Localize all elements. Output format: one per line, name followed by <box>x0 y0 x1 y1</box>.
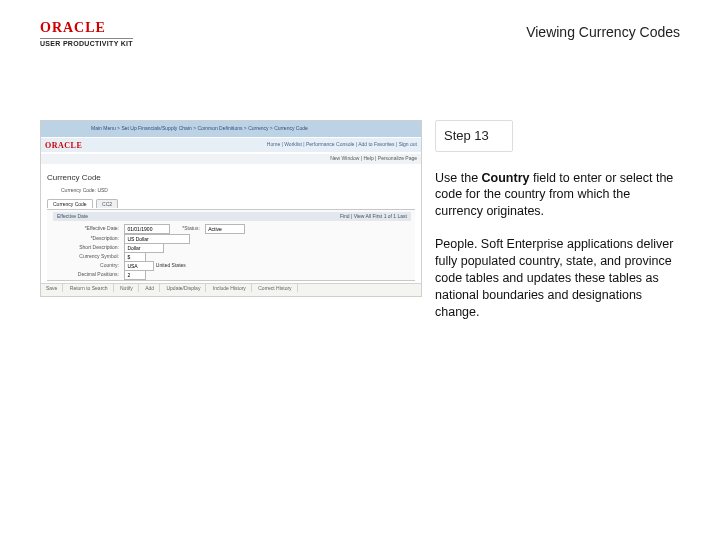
instruction-column: Step 13 Use the Country field to enter o… <box>435 120 680 337</box>
screenshot-nav: Home | Worklist | Performance Console | … <box>41 138 421 152</box>
tab-currency-code[interactable]: Currency Code <box>47 199 93 208</box>
label-short: Short Description: <box>57 244 119 250</box>
save-button[interactable]: Save <box>41 284 63 292</box>
label-status: *Status: <box>172 225 200 231</box>
subnav-links[interactable]: New Window | Help | Personalize Page <box>330 155 417 161</box>
screenshot-subnav: New Window | Help | Personalize Page <box>41 154 421 164</box>
instruction-paragraph-1: Use the Country field to enter or select… <box>435 170 680 221</box>
input-effective-date[interactable] <box>124 224 170 234</box>
header: ORACLE USER PRODUCTIVITY KIT Viewing Cur… <box>40 18 680 52</box>
app-screenshot: Main Menu > Set Up Financials/Supply Cha… <box>40 120 422 297</box>
tabs: Currency Code CC2 <box>47 199 120 208</box>
p1-bold: Country <box>482 171 530 185</box>
label-country: Country: <box>57 262 119 268</box>
form-header-left: Effective Date <box>57 213 88 219</box>
update-display-button[interactable]: Update/Display <box>161 284 206 292</box>
form-header: Effective Date Find | View All First 1 o… <box>53 212 411 221</box>
label-decimal: Decimal Positions: <box>57 271 119 277</box>
notify-button[interactable]: Notify <box>115 284 139 292</box>
section-sub: Currency Code: USD <box>61 187 108 193</box>
label-effective-date: *Effective Date: <box>57 225 119 231</box>
label-symbol: Currency Symbol: <box>57 253 119 259</box>
form-header-right[interactable]: Find | View All First 1 of 1 Last <box>340 213 407 219</box>
row-effective-date: *Effective Date: *Status: <box>57 224 245 234</box>
breadcrumb: Main Menu > Set Up Financials/Supply Cha… <box>91 125 308 131</box>
include-history-button[interactable]: Include History <box>208 284 252 292</box>
action-bar: Save Return to Search Notify Add Update/… <box>41 283 421 296</box>
return-search-button[interactable]: Return to Search <box>65 284 114 292</box>
logo-brand: ORACLE <box>40 20 106 35</box>
page-title: Viewing Currency Codes <box>526 24 680 40</box>
nav-links[interactable]: Home | Worklist | Performance Console | … <box>267 141 417 147</box>
input-status[interactable] <box>205 224 245 234</box>
label-description: *Description: <box>57 235 119 241</box>
oracle-logo: ORACLE USER PRODUCTIVITY KIT <box>40 18 133 47</box>
add-button[interactable]: Add <box>140 284 160 292</box>
form-area: Effective Date Find | View All First 1 o… <box>47 209 415 281</box>
row-decimal: Decimal Positions: <box>57 270 146 280</box>
screenshot-column: Main Menu > Set Up Financials/Supply Cha… <box>40 120 420 297</box>
step-label: Step 13 <box>435 120 513 152</box>
section-title: Currency Code <box>47 173 101 182</box>
screenshot-logo: ORACLE <box>45 141 82 150</box>
instruction-paragraph-2: People. Soft Enterprise applications del… <box>435 236 680 320</box>
logo-subline: USER PRODUCTIVITY KIT <box>40 38 133 47</box>
country-name: United States <box>156 262 186 268</box>
p1-a: Use the <box>435 171 482 185</box>
screenshot-header: Main Menu > Set Up Financials/Supply Cha… <box>41 121 421 137</box>
correct-history-button[interactable]: Correct History <box>253 284 297 292</box>
tab-cc2[interactable]: CC2 <box>96 199 118 208</box>
input-decimal[interactable] <box>124 270 146 280</box>
